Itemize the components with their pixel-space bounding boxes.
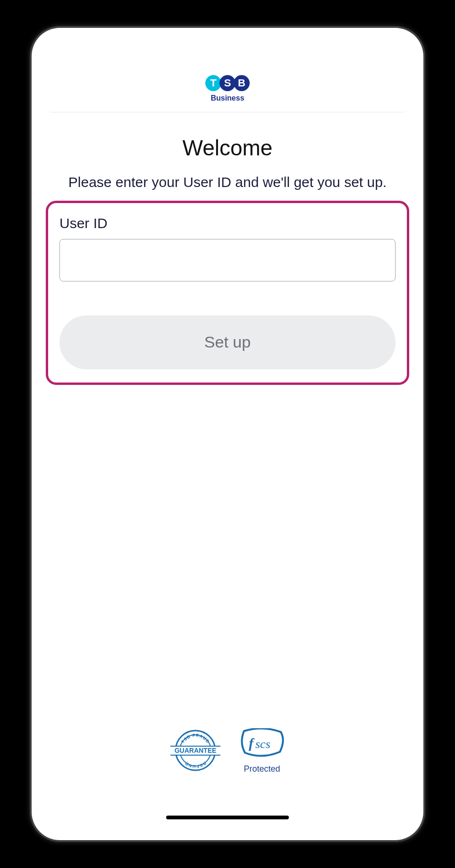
svg-text:scs: scs [255, 737, 270, 751]
svg-text:GUARANTEE: GUARANTEE [175, 747, 217, 754]
fscs-logo-icon: f scs [238, 728, 286, 757]
phone-frame: T S B Business Welcome Please enter your… [32, 28, 423, 840]
page-subtitle: Please enter your User ID and we'll get … [46, 173, 409, 192]
user-id-input[interactable] [59, 239, 396, 281]
fscs-badge: f scs Protected [238, 728, 286, 774]
logo-letter-t: T [205, 75, 221, 91]
setup-form-highlight: User ID Set up [46, 201, 409, 385]
setup-button[interactable]: Set up [59, 315, 396, 369]
fraud-guarantee-badge-icon: TSB FRAUD REFUND GUARANTEE [169, 728, 221, 773]
fscs-caption: Protected [244, 764, 280, 774]
page-title: Welcome [46, 135, 409, 161]
brand-subline: Business [211, 94, 244, 102]
logo-letter-s: S [219, 75, 236, 91]
home-indicator[interactable] [166, 816, 289, 819]
logo-letter-b: B [234, 75, 250, 91]
svg-text:REFUND: REFUND [184, 761, 207, 769]
footer-badges: TSB FRAUD REFUND GUARANTEE f scs [46, 728, 409, 840]
brand-header: T S B Business [51, 75, 404, 112]
screen-content: T S B Business Welcome Please enter your… [32, 28, 423, 840]
svg-text:TSB FRAUD: TSB FRAUD [180, 733, 211, 744]
tsb-logo-icon: T S B [205, 75, 250, 91]
svg-text:f: f [249, 735, 255, 751]
user-id-label: User ID [59, 215, 396, 231]
